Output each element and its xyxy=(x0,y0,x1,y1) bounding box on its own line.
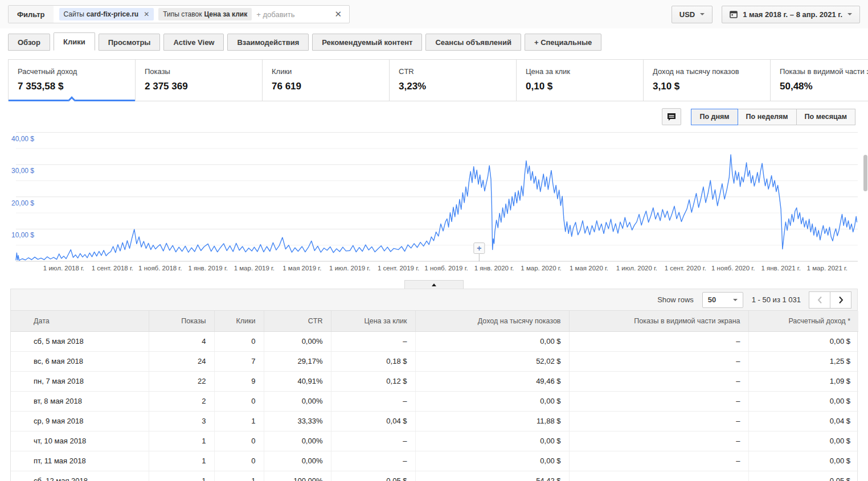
column-header[interactable]: Показы xyxy=(149,311,214,331)
column-header[interactable]: Дата xyxy=(11,311,149,331)
table-cell: 0 xyxy=(214,391,264,411)
table-cell: 40,91% xyxy=(264,371,331,391)
currency-value: USD xyxy=(679,10,695,19)
table-cell: вт, 8 мая 2018 xyxy=(11,391,149,411)
table-cell: – xyxy=(569,371,748,391)
table-cell: 0,00 $ xyxy=(748,431,858,451)
filter-box[interactable]: Фильтр Сайты card-fix-price.ru✕Типы став… xyxy=(8,5,350,23)
show-rows-label: Show rows xyxy=(657,295,694,304)
table-cell: – xyxy=(569,411,748,431)
granularity-button[interactable]: По месяцам xyxy=(796,109,855,125)
table-body: сб, 5 мая 2018400,00%–0,00 $–0,00 $вс, 6… xyxy=(11,331,858,481)
metric-card-value: 76 619 xyxy=(272,81,380,92)
annotation-marker[interactable]: + xyxy=(474,243,485,262)
filter-chip[interactable]: Типы ставок Цена за клик xyxy=(158,8,252,20)
table-cell: 100,00% xyxy=(264,471,331,481)
x-axis-label: 1 мар. 2021 г. xyxy=(807,265,847,272)
table-cell: 0,00 $ xyxy=(415,331,569,351)
table-cell: 0,00% xyxy=(264,331,331,351)
table-cell: 0,00% xyxy=(264,431,331,451)
tab-item[interactable]: Рекомендуемый контент xyxy=(312,34,422,51)
metric-card[interactable]: CTR3,23% xyxy=(390,60,517,101)
previous-page-button[interactable] xyxy=(809,291,830,309)
table-cell: 0,04 $ xyxy=(331,411,415,431)
rows-per-page-select[interactable]: 50 xyxy=(702,292,743,308)
column-header[interactable]: Цена за клик xyxy=(331,311,415,331)
chevron-down-icon xyxy=(700,13,705,15)
granularity-button[interactable]: По неделям xyxy=(738,109,797,125)
table-row: ср, 9 мая 20183133,33%0,04 $11,88 $–0,04… xyxy=(11,411,858,431)
table-cell: 0,00 $ xyxy=(415,431,569,451)
metric-card[interactable]: Цена за клик0,10 $ xyxy=(517,60,644,101)
x-axis-label: 1 сент. 2019 г. xyxy=(378,265,419,272)
table-cell: 0,00 $ xyxy=(748,451,858,471)
chevron-right-icon xyxy=(838,296,844,304)
report-table: ДатаПоказыКликиCTRЦена за кликДоход на т… xyxy=(11,311,858,481)
x-axis-label: 1 нояб. 2019 г. xyxy=(424,265,468,272)
table-cell: – xyxy=(331,451,415,471)
x-axis-label: 1 мар. 2020 г. xyxy=(521,265,561,272)
filter-clear-icon[interactable]: ✕ xyxy=(327,6,349,23)
remove-chip-icon[interactable]: ✕ xyxy=(144,10,149,18)
metric-card[interactable]: Доход на тысячу показов3,10 $ xyxy=(644,60,771,101)
table-cell: – xyxy=(569,331,748,351)
collapse-chart-button[interactable] xyxy=(404,280,464,289)
currency-selector[interactable]: USD xyxy=(672,6,713,23)
table-cell: ср, 9 мая 2018 xyxy=(11,411,149,431)
table-cell: – xyxy=(331,331,415,351)
date-range-selector[interactable]: 1 мая 2018 г. – 8 апр. 2021 г. xyxy=(722,6,860,23)
y-axis-label: 10,00 $ xyxy=(11,231,34,239)
calendar-icon xyxy=(730,10,738,18)
table-header-row: ДатаПоказыКликиCTRЦена за кликДоход на т… xyxy=(11,311,858,331)
table-cell: сб, 12 мая 2018 xyxy=(11,471,149,481)
next-page-button[interactable] xyxy=(830,291,851,309)
metric-card-label: Цена за клик xyxy=(526,67,634,76)
x-axis-label: 1 мая 2020 г. xyxy=(570,265,608,272)
page-scrollbar-thumb[interactable] xyxy=(863,155,867,191)
x-axis-label: 1 мая 2019 г. xyxy=(282,265,321,272)
table-row: сб, 5 мая 2018400,00%–0,00 $–0,00 $ xyxy=(11,331,858,351)
comment-icon xyxy=(667,113,676,121)
chart-controls: По днямПо неделямПо месяцам xyxy=(13,108,855,125)
x-axis-label: 1 июл. 2018 г. xyxy=(43,265,84,272)
tab-item[interactable]: Просмотры xyxy=(99,34,161,51)
metric-card-label: Доход на тысячу показов xyxy=(653,67,761,76)
annotations-button[interactable] xyxy=(662,108,681,125)
column-header[interactable]: Клики xyxy=(214,311,264,331)
active-card-notch xyxy=(68,96,76,104)
tab-item[interactable]: Обзор xyxy=(8,34,50,51)
chart-line xyxy=(16,155,857,261)
column-header[interactable]: Доход на тысячу показов xyxy=(415,311,569,331)
table-cell: – xyxy=(331,391,415,411)
column-header[interactable]: Расчетный доход * xyxy=(748,311,858,331)
pagination-range-label: 1 - 50 из 1 031 xyxy=(752,295,801,304)
table-row: вт, 8 мая 2018200,00%–0,00 $–0,00 $ xyxy=(11,391,858,411)
metric-card-label: Показы xyxy=(145,67,253,76)
metric-card[interactable]: Показы в видимой части экрана50,48% xyxy=(771,60,868,101)
column-header[interactable]: CTR xyxy=(264,311,331,331)
table-cell: 0,00% xyxy=(264,391,331,411)
add-filter-placeholder[interactable]: + добавить xyxy=(256,10,294,19)
x-axis-label: 1 июл. 2020 г. xyxy=(616,265,657,272)
metric-card-label: Расчетный доход xyxy=(18,67,126,76)
table-cell: 1 xyxy=(149,471,214,481)
column-header[interactable]: Показы в видимой части экрана xyxy=(569,311,748,331)
metric-card[interactable]: Показы2 375 369 xyxy=(136,60,263,101)
chevron-down-icon xyxy=(733,299,738,301)
table-row: пн, 7 мая 201822940,91%0,12 $49,46 $–1,0… xyxy=(11,371,858,391)
tab-item[interactable]: Клики xyxy=(54,32,95,51)
metric-card-label: Показы в видимой части экрана xyxy=(780,67,868,76)
table-cell: 1 xyxy=(149,431,214,451)
tab-item[interactable]: Active View xyxy=(163,34,224,51)
metric-card[interactable]: Клики76 619 xyxy=(263,60,390,101)
filter-chip[interactable]: Сайты card-fix-price.ru✕ xyxy=(59,8,154,20)
tab-item[interactable]: Взаимодействия xyxy=(227,34,309,51)
table-cell: 0,00 $ xyxy=(748,331,858,351)
table-cell: – xyxy=(569,431,748,451)
revenue-time-series-chart[interactable]: 10,00 $20,00 $30,00 $40,00 $1 июл. 2018 … xyxy=(0,129,868,277)
granularity-button[interactable]: По дням xyxy=(691,109,738,125)
chart-gridlines xyxy=(16,133,858,261)
metric-card[interactable]: Расчетный доход7 353,58 $ xyxy=(9,60,136,101)
tab-item[interactable]: + Специальные xyxy=(525,34,601,51)
tab-item[interactable]: Сеансы объявлений xyxy=(425,34,521,51)
